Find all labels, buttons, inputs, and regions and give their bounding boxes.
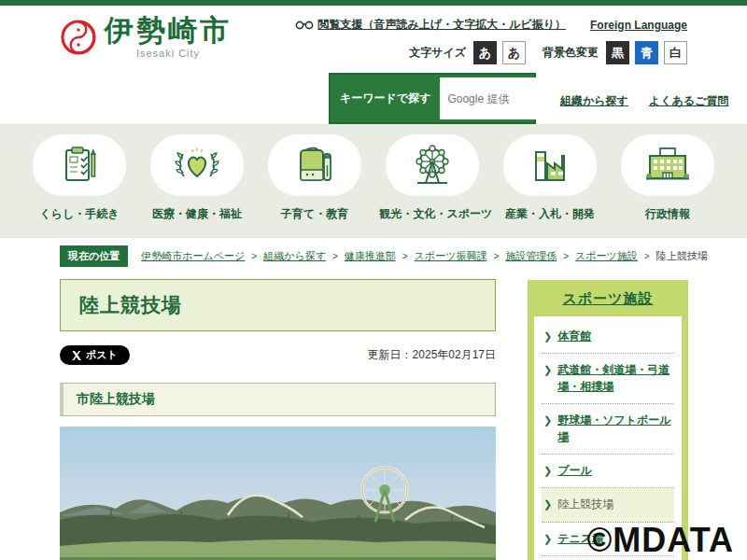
sidebar-menu-item[interactable]: ❯ 陸上競技場 (542, 488, 674, 522)
sidebar-menu-link[interactable]: 陸上競技場 (557, 497, 613, 512)
main-content: 陸上競技場 ポスト 更新日：2025年02月17日 市陸上競技場 (60, 279, 496, 560)
chevron-right-icon: ❯ (543, 464, 552, 479)
breadcrumb: 現在の位置 伊勢崎市ホームページ > 組織から探す > 健康推進部 > スポーツ… (60, 245, 695, 267)
site-subtitle: Isesaki City (136, 48, 200, 59)
sidebar-menu-link[interactable]: プール (557, 463, 592, 479)
x-icon (72, 351, 81, 360)
page-title: 陸上競技場 (79, 292, 182, 318)
factory-icon (529, 145, 571, 186)
chevron-right-icon: ❯ (543, 532, 552, 547)
foreign-language-link[interactable]: Foreign Language (590, 19, 687, 32)
chevron-right-icon: ❯ (543, 363, 552, 378)
backpack-icon (293, 145, 336, 186)
chevron-right-icon: ❯ (543, 497, 552, 512)
sidebar-title[interactable]: スポーツ施設 (528, 280, 688, 316)
category-nav: くらし・手続き 医療・健康・福祉 (0, 124, 747, 238)
breadcrumb-dept-link[interactable]: 健康推進部 (345, 250, 396, 261)
bg-blue-button[interactable]: 青 (635, 41, 658, 64)
bg-white-button[interactable]: 白 (664, 41, 687, 64)
sidebar-sports-facilities: スポーツ施設 ❯ 体育館 ❯ 武道館・剣道場・弓道場・相撲場 ❯ 野球場・ソフト… (528, 280, 688, 560)
breadcrumb-label: 現在の位置 (60, 245, 128, 267)
sidebar-menu-item[interactable]: ❯ プール (542, 455, 674, 488)
watermark: ©MDATA (587, 521, 734, 560)
chevron-right-icon: ❯ (543, 413, 552, 428)
ferris-wheel-icon (410, 144, 455, 187)
glasses-icon (295, 20, 314, 30)
breadcrumb-section-link[interactable]: 施設管理係 (505, 250, 557, 261)
accessibility-support-link[interactable]: 閲覧支援（音声読み上げ・文字拡大・ルビ振り） (295, 17, 566, 33)
nav-item-sangyo[interactable]: 産業・入札・開発 (498, 134, 603, 222)
breadcrumb-current: 陸上競技場 (656, 249, 708, 263)
bg-color-label: 背景色変更 (543, 45, 599, 61)
updated-date: 更新日：2025年02月17日 (368, 347, 496, 363)
sidebar-menu-link[interactable]: 体育館 (557, 329, 591, 344)
sidebar-menu-item[interactable]: ❯ 野球場・ソフトボール場 (542, 404, 674, 455)
heart-laurel-icon (174, 145, 220, 186)
breadcrumb-facilities-link[interactable]: スポーツ施設 (575, 250, 638, 261)
clipboard-icon (59, 145, 100, 186)
nav-item-gyosei[interactable]: 行政情報 (615, 134, 721, 222)
chevron-right-icon: ❯ (543, 329, 552, 344)
font-size-label: 文字サイズ (409, 45, 466, 61)
breadcrumb-home-link[interactable]: 伊勢崎市ホームページ (141, 250, 245, 261)
keyword-search-box: キーワードで探す (329, 73, 536, 124)
faq-link[interactable]: よくあるご質問 (649, 93, 728, 109)
section-heading: 市陸上競技場 (77, 391, 482, 408)
search-label: キーワードで探す (331, 91, 440, 106)
sidebar-menu-item[interactable]: ❯ 武道館・剣道場・弓道場・相撲場 (542, 354, 674, 404)
sidebar-menu-link[interactable]: 武道館・剣道場・弓道場・相撲場 (557, 362, 672, 395)
font-size-large-button[interactable]: あ (502, 41, 526, 64)
font-size-small-button[interactable]: あ (473, 41, 497, 64)
bg-black-button[interactable]: 黒 (606, 41, 629, 64)
nav-item-kosodate[interactable]: 子育て・教育 (262, 134, 368, 222)
site-logo[interactable]: 伊勢崎市 Isesaki City (60, 15, 232, 59)
nav-item-iryo[interactable]: 医療・健康・福祉 (145, 134, 250, 222)
page-title-box: 陸上競技場 (60, 279, 496, 331)
sidebar-menu-link[interactable]: 野球場・ソフトボール場 (557, 413, 672, 445)
section-heading-box: 市陸上競技場 (60, 383, 496, 416)
city-emblem-icon (60, 19, 97, 56)
stadium-photo (60, 427, 496, 560)
site-title: 伊勢崎市 (105, 15, 232, 47)
nav-item-kurashi[interactable]: くらし・手続き (27, 134, 133, 222)
breadcrumb-org-link[interactable]: 組織から探す (263, 250, 326, 261)
site-header: 伊勢崎市 Isesaki City 閲覧支援（音声読み上げ・文字拡大・ルビ振り）… (0, 6, 747, 124)
sidebar-menu-item[interactable]: ❯ 体育館 (542, 320, 674, 354)
x-post-button[interactable]: ポスト (60, 345, 130, 365)
nav-item-kanko[interactable]: 観光・文化・スポーツ (380, 134, 486, 222)
breadcrumb-division-link[interactable]: スポーツ振興課 (415, 250, 487, 261)
city-hall-icon (644, 145, 691, 186)
search-by-org-link[interactable]: 組織から探す (560, 93, 628, 109)
